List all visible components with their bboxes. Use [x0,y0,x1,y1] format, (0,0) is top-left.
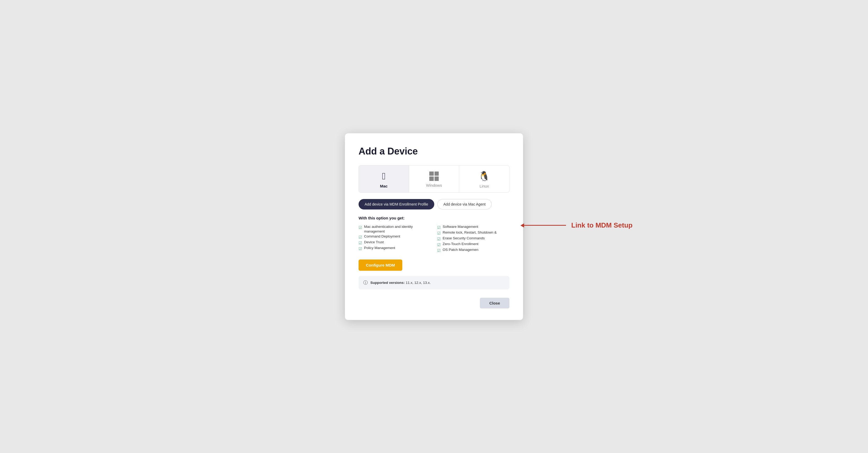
check-icon: ☑ [437,248,440,253]
features-left-col: ☑ Mac authentication and identity manage… [359,224,431,253]
feature-item: ☑ Policy Management [359,246,431,251]
annotation-text: Link to MDM Setup [571,221,632,229]
linux-icon: 🐧 [478,171,490,182]
arrowhead-icon [521,223,524,228]
modal-footer: Close [359,298,509,309]
check-icon: ☑ [437,230,440,236]
tab-mac-label: Mac [380,184,388,188]
check-icon: ☑ [437,225,440,230]
feature-label: Device Trust [364,240,384,245]
method-btn-mdm[interactable]: Add device via MDM Enrollment Profile [359,199,434,209]
annotation-wrapper: Link to MDM Setup [521,221,632,229]
windows-icon [429,171,439,181]
feature-item: ☑ Software Management [437,224,509,230]
feature-item: ☑ Remote lock, Restart, Shutdown & [437,230,509,236]
feature-item: ☑ Device Trust [359,240,431,246]
supported-versions-banner: ⓘ Supported versions: 11.x, 12.x, 13.x. [359,276,509,289]
apple-icon:  [382,171,385,182]
feature-label: Command Deployment [364,234,400,239]
feature-item: ☑ Mac authentication and identity manage… [359,224,431,234]
close-button[interactable]: Close [480,298,509,309]
check-icon: ☑ [359,240,362,246]
configure-mdm-button[interactable]: Configure MDM [359,259,402,271]
feature-item: ☑ Command Deployment [359,234,431,240]
feature-item: ☑ Zero-Touch Enrollment [437,242,509,248]
feature-label: OS Patch Managemen [443,248,478,252]
feature-label: Policy Management [364,246,395,251]
features-section: With this option you get: ☑ Mac authenti… [359,216,509,253]
check-icon: ☑ [359,246,362,251]
feature-label: Remote lock, Restart, Shutdown & [443,230,497,235]
tab-linux-label: Linux [479,184,489,188]
method-btn-agent[interactable]: Add device via Mac Agent [437,199,492,209]
supported-versions-label: Supported versions: [370,281,405,285]
tab-mac[interactable]:  Mac [359,165,409,192]
tab-windows[interactable]: Windows [409,165,459,192]
tab-linux[interactable]: 🐧 Linux [459,165,509,192]
check-icon: ☑ [437,236,440,242]
check-icon: ☑ [359,225,362,230]
check-icon: ☑ [437,242,440,248]
feature-item: ☑ Erase Security Commands [437,236,509,242]
tab-windows-label: Windows [426,183,442,188]
supported-versions-value: 11.x, 12.x, 13.x. [406,281,431,285]
os-tabs:  Mac Windows 🐧 Linux [359,165,509,193]
features-title: With this option you get: [359,216,509,220]
modal-dialog: Add a Device  Mac Windows 🐧 Linux [345,133,523,320]
annotation-arrow [521,223,566,228]
method-buttons: Add device via MDM Enrollment Profile Ad… [359,199,509,209]
feature-label: Mac authentication and identity manageme… [364,224,431,234]
check-icon: ☑ [359,234,362,240]
feature-label: Zero-Touch Enrollment [443,242,478,247]
feature-item: ☑ OS Patch Managemen [437,248,509,253]
page-wrapper: Add a Device  Mac Windows 🐧 Linux [0,0,868,453]
modal-title: Add a Device [359,146,509,157]
feature-label: Software Management [443,224,478,229]
feature-label: Erase Security Commands [443,236,485,241]
annotation-line [524,225,566,226]
features-grid: ☑ Mac authentication and identity manage… [359,224,509,253]
features-right-col: ☑ Software Management ☑ Remote lock, Res… [437,224,509,253]
info-icon: ⓘ [363,280,368,286]
